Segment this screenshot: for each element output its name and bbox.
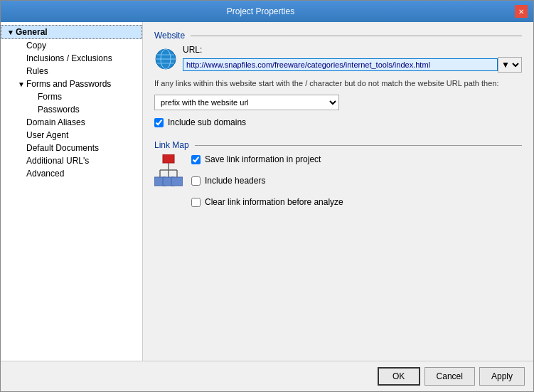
url-label: URL: bbox=[183, 45, 522, 55]
window-title: Project Properties bbox=[6, 6, 515, 16]
globe-icon bbox=[154, 48, 177, 70]
svg-rect-13 bbox=[171, 177, 183, 186]
link-map-section: Link Map bbox=[154, 140, 522, 213]
sidebar-item-label-inclusions: Inclusions / Exclusions bbox=[26, 53, 112, 63]
clear-link-info-checkbox[interactable] bbox=[191, 198, 201, 207]
apply-button[interactable]: Apply bbox=[479, 367, 525, 386]
sidebar-item-advanced[interactable]: Advanced bbox=[1, 167, 142, 180]
sidebar-item-label-domain-aliases: Domain Aliases bbox=[26, 117, 85, 127]
cancel-button[interactable]: Cancel bbox=[424, 367, 475, 386]
include-headers-label: Include headers bbox=[205, 176, 265, 186]
save-link-info-label: Save link information in project bbox=[205, 154, 321, 164]
prefix-dropdown-row: prefix with the website url ignore the l… bbox=[154, 95, 522, 110]
clear-link-info-label: Clear link information before analyze bbox=[205, 197, 343, 207]
footer: OK Cancel Apply bbox=[1, 361, 533, 391]
save-link-info-checkbox[interactable] bbox=[191, 155, 201, 164]
url-dropdown[interactable]: ▼ bbox=[498, 57, 522, 73]
sidebar-item-user-agent[interactable]: User Agent bbox=[1, 129, 142, 142]
link-map-icon bbox=[154, 154, 183, 213]
include-headers-row: Include headers bbox=[191, 176, 343, 186]
sidebar-item-label-rules: Rules bbox=[26, 66, 48, 76]
close-button[interactable]: ✕ bbox=[515, 5, 528, 18]
sidebar-item-label-advanced: Advanced bbox=[26, 169, 64, 179]
sidebar-item-forms-passwords[interactable]: ▼Forms and Passwords bbox=[1, 78, 142, 90]
sidebar-item-label-default-documents: Default Documents bbox=[26, 143, 99, 153]
sidebar-item-label-forms: Forms bbox=[38, 92, 62, 102]
sidebar-item-additional-urls[interactable]: Additional URL's bbox=[1, 154, 142, 167]
sidebar: ▼GeneralCopyInclusions / ExclusionsRules… bbox=[1, 22, 143, 361]
sidebar-item-rules[interactable]: Rules bbox=[1, 65, 142, 78]
project-properties-window: Project Properties ✕ ▼GeneralCopyInclusi… bbox=[0, 0, 534, 392]
sidebar-item-inclusions[interactable]: Inclusions / Exclusions bbox=[1, 52, 142, 65]
include-subdomains-label: Include sub domains bbox=[168, 117, 246, 127]
link-map-section-label: Link Map bbox=[154, 140, 189, 150]
sidebar-item-label-passwords: Passwords bbox=[38, 105, 80, 115]
sidebar-item-label-additional-urls: Additional URL's bbox=[26, 156, 89, 166]
titlebar: Project Properties ✕ bbox=[1, 1, 533, 22]
prefix-dropdown[interactable]: prefix with the website url ignore the l… bbox=[154, 95, 339, 110]
include-subdomains-checkbox[interactable] bbox=[154, 118, 164, 127]
url-row: URL: ▼ bbox=[154, 45, 522, 73]
link-map-content: Save link information in project Include… bbox=[154, 154, 522, 213]
sidebar-item-label-forms-passwords: Forms and Passwords bbox=[26, 79, 111, 89]
url-input[interactable] bbox=[183, 58, 498, 71]
description-text: If any links within this website start w… bbox=[154, 78, 522, 89]
sidebar-item-label-copy: Copy bbox=[26, 41, 46, 51]
svg-rect-5 bbox=[163, 154, 174, 163]
sidebar-item-general[interactable]: ▼General bbox=[1, 25, 142, 39]
clear-link-info-row: Clear link information before analyze bbox=[191, 197, 343, 207]
website-section-label: Website bbox=[154, 31, 185, 41]
sidebar-item-domain-aliases[interactable]: Domain Aliases bbox=[1, 116, 142, 129]
sidebar-item-copy[interactable]: Copy bbox=[1, 39, 142, 52]
main-content: ▼GeneralCopyInclusions / ExclusionsRules… bbox=[1, 22, 533, 361]
link-map-section-header: Link Map bbox=[154, 140, 522, 150]
sidebar-item-default-documents[interactable]: Default Documents bbox=[1, 142, 142, 154]
ok-button[interactable]: OK bbox=[378, 367, 420, 386]
include-headers-checkbox[interactable] bbox=[191, 176, 201, 186]
save-link-info-row: Save link information in project bbox=[191, 154, 343, 164]
sidebar-item-passwords[interactable]: Passwords bbox=[1, 103, 142, 116]
website-section-header: Website bbox=[154, 31, 522, 41]
include-subdomains-row: Include sub domains bbox=[154, 117, 522, 127]
sidebar-item-label-general: General bbox=[16, 27, 48, 37]
link-map-options: Save link information in project Include… bbox=[191, 154, 343, 213]
sidebar-item-label-user-agent: User Agent bbox=[26, 130, 68, 140]
sidebar-item-forms[interactable]: Forms bbox=[1, 90, 142, 103]
main-panel: Website URL: bbox=[143, 22, 533, 361]
